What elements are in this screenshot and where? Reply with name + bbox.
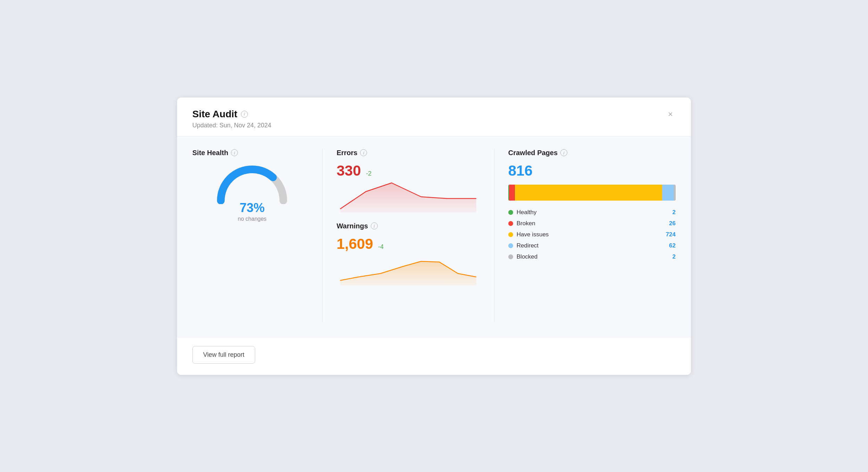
- stacked-bar: [508, 185, 676, 201]
- dot-broken: [508, 221, 513, 226]
- warnings-block: Warnings i 1,609 -4: [336, 222, 480, 287]
- card-title-text: Site Audit: [192, 109, 237, 120]
- bar-redirect: [662, 185, 674, 201]
- crawled-value: 816: [508, 162, 676, 179]
- dot-blocked: [508, 254, 513, 259]
- gauge-svg: [214, 162, 290, 204]
- warnings-title: Warnings i: [336, 222, 480, 230]
- close-button[interactable]: ×: [665, 109, 676, 120]
- warnings-info-icon[interactable]: i: [371, 222, 378, 229]
- count-redirect: 62: [669, 242, 676, 249]
- errors-value: 330: [336, 162, 361, 179]
- errors-block: Errors i 330 -2: [336, 149, 480, 214]
- legend-broken: Broken 26: [508, 220, 676, 227]
- gauge-label: 73% no changes: [238, 201, 267, 222]
- card-subtitle: Updated: Sun, Nov 24, 2024: [192, 122, 676, 129]
- errors-title: Errors i: [336, 149, 480, 157]
- legend-redirect: Redirect 62: [508, 242, 676, 249]
- errors-chart: [336, 181, 480, 212]
- gauge-container: 73% no changes: [192, 162, 312, 222]
- view-full-report-button[interactable]: View full report: [192, 346, 255, 364]
- warnings-chart: [336, 254, 480, 286]
- card-footer: View full report: [177, 338, 691, 375]
- label-issues: Have issues: [517, 231, 549, 238]
- label-healthy: Healthy: [517, 209, 537, 216]
- legend: Healthy 2 Broken 26 Have issues: [508, 209, 676, 260]
- errors-value-row: 330 -2: [336, 162, 480, 179]
- label-broken: Broken: [517, 220, 535, 227]
- bar-issues: [515, 185, 662, 201]
- site-health-title: Site Health i: [192, 149, 312, 157]
- card-body: Site Health i 73% no changes: [177, 136, 691, 338]
- bar-broken: [509, 185, 515, 201]
- count-broken: 26: [669, 220, 676, 227]
- count-issues: 724: [666, 231, 676, 238]
- legend-have-issues: Have issues 724: [508, 231, 676, 238]
- warnings-value: 1,609: [336, 236, 373, 252]
- warnings-value-row: 1,609 -4: [336, 236, 480, 252]
- count-blocked: 2: [673, 253, 676, 260]
- gauge-sub: no changes: [238, 216, 267, 222]
- site-audit-card: Site Audit i × Updated: Sun, Nov 24, 202…: [177, 98, 691, 375]
- legend-healthy: Healthy 2: [508, 209, 676, 216]
- site-health-section: Site Health i 73% no changes: [192, 149, 323, 322]
- errors-delta: -2: [366, 170, 372, 177]
- card-title-row: Site Audit i: [192, 109, 248, 120]
- dot-healthy: [508, 210, 513, 215]
- crawled-pages-section: Crawled Pages i 816 Healthy 2: [494, 149, 676, 322]
- crawled-info-icon[interactable]: i: [560, 149, 567, 156]
- errors-info-icon[interactable]: i: [360, 149, 367, 156]
- dot-redirect: [508, 243, 513, 248]
- header-info-icon[interactable]: i: [241, 111, 248, 118]
- svg-marker-0: [340, 183, 476, 212]
- bar-blocked: [674, 185, 676, 201]
- label-blocked: Blocked: [517, 253, 537, 260]
- metrics-section: Errors i 330 -2: [323, 149, 494, 322]
- warnings-delta: -4: [378, 243, 384, 250]
- site-health-info-icon[interactable]: i: [231, 149, 238, 156]
- legend-blocked: Blocked 2: [508, 253, 676, 260]
- count-healthy: 2: [673, 209, 676, 216]
- label-redirect: Redirect: [517, 242, 539, 249]
- gauge-percent: 73%: [238, 201, 267, 215]
- dot-issues: [508, 232, 513, 237]
- card-header: Site Audit i × Updated: Sun, Nov 24, 202…: [177, 98, 691, 136]
- crawled-title: Crawled Pages i: [508, 149, 676, 157]
